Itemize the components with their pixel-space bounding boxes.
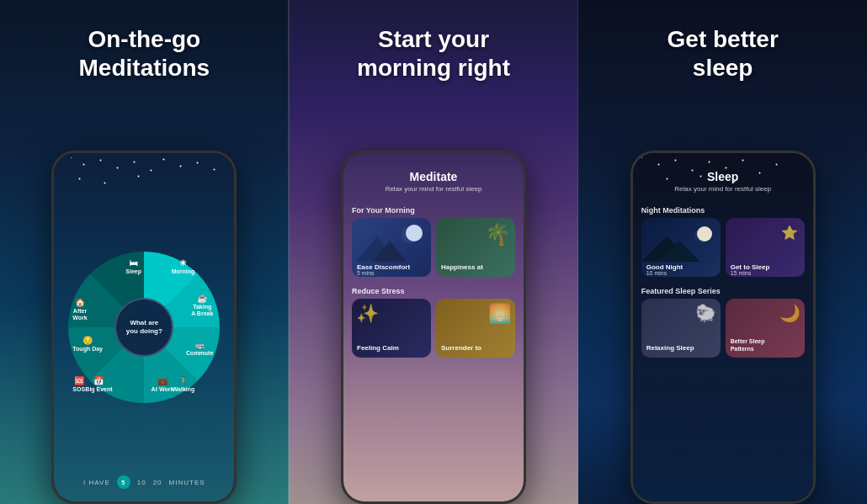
card-good-night-duration: 10 mins (646, 270, 668, 276)
card-surrender-label: Surrender to (441, 344, 481, 353)
night-cards: Good Night 10 mins ⭐ Get to Sleep 15 min… (633, 218, 813, 282)
sleep-series-cards: 🐑 Relaxing Sleep 🌙 Better SleepPatterns (633, 299, 813, 363)
reduce-stress-label: Reduce Stress (343, 282, 524, 299)
wheel-label-big-event: 📅Big Event (85, 376, 112, 393)
meditate-subtitle: Relax your mind for restful sleep (354, 185, 513, 193)
card-relaxing-sleep[interactable]: 🐑 Relaxing Sleep (641, 299, 721, 358)
wheel-label-taking-break: ☕TakingA Break (191, 294, 213, 318)
wheel-label-after-work: 🏠AfterWork (72, 298, 87, 322)
minutes-suffix: MINUTES (169, 479, 205, 486)
wheel-label-at-work: 💼At Work (152, 376, 174, 393)
panel-morning: Start yourmorning right Meditate Relax y… (289, 0, 579, 504)
wheel-label-sleep: 🛏Sleep (125, 258, 141, 275)
panel-1-title: On-the-go Meditations (62, 25, 227, 82)
phone-mockup-2: Meditate Relax your mind for restful sle… (341, 151, 526, 504)
minutes-20[interactable]: 20 (153, 479, 162, 486)
wheel-label-commute: 🚌Commute (186, 340, 213, 357)
featured-sleep-label: Featured Sleep Series (633, 282, 813, 299)
panel-3-title: Get bettersleep (651, 25, 795, 82)
minutes-selector: I HAVE 5 10 20 MINUTES (54, 475, 234, 489)
panel-2-title: Start yourmorning right (340, 25, 527, 82)
wheel-label-tough-day: 😔Tough Day (72, 336, 103, 353)
card-good-night[interactable]: Good Night 10 mins (641, 218, 721, 277)
sleep-header: Sleep Relax your mind for restful sleep (633, 153, 813, 201)
card-surrender[interactable]: 🌅 Surrender to (436, 299, 515, 358)
card-get-to-sleep[interactable]: ⭐ Get to Sleep 15 mins (726, 218, 805, 277)
meditate-header: Meditate Relax your mind for restful sle… (343, 153, 524, 201)
morning-section-label: For Your Morning (343, 201, 524, 218)
phone-mockup-1: What areyou doing? 🛏Sleep ☀Morning ☕Taki… (51, 151, 237, 504)
panel-sleep: Get bettersleep Sleep Relax your mind fo… (578, 0, 867, 504)
sleep-title: Sleep (643, 170, 803, 183)
card-feeling-calm-label: Feeling Calm (357, 344, 399, 353)
wheel-label-morning: ☀Morning (172, 258, 195, 275)
card-ease-duration: 5 mins (357, 270, 375, 276)
card-ease-discomfort[interactable]: Ease Discomfort 5 mins (352, 218, 431, 277)
card-happiness-label: Happiness at (441, 263, 483, 272)
card-happiness[interactable]: 🌴 Happiness at (436, 218, 515, 277)
card-get-to-sleep-duration: 15 mins (731, 270, 752, 276)
morning-cards: Ease Discomfort 5 mins 🌴 Happiness at (343, 218, 524, 282)
card-better-sleep[interactable]: 🌙 Better SleepPatterns (726, 299, 805, 358)
card-feeling-calm[interactable]: ✨ Feeling Calm (352, 299, 431, 358)
phone-mockup-3: Sleep Relax your mind for restful sleep … (630, 151, 816, 504)
meditate-title: Meditate (354, 170, 513, 183)
minutes-prefix: I HAVE (83, 479, 110, 486)
minutes-10[interactable]: 10 (137, 479, 146, 486)
minutes-5[interactable]: 5 (117, 475, 130, 489)
night-meditations-label: Night Meditations (633, 201, 813, 218)
card-relaxing-sleep-label: Relaxing Sleep (646, 344, 694, 353)
wheel-label-walking: 🚶Walking (173, 376, 195, 393)
wheel-label-sos: 🆘SOS (72, 376, 85, 393)
card-better-sleep-label: Better SleepPatterns (731, 338, 765, 353)
wheel-center-text: What areyou doing? (114, 298, 173, 357)
sleep-subtitle: Relax your mind for restful sleep (643, 185, 803, 193)
panel-meditations: On-the-go Meditations What areyou doing?… (0, 0, 289, 504)
stress-cards: ✨ Feeling Calm 🌅 Surrender to (343, 299, 524, 363)
